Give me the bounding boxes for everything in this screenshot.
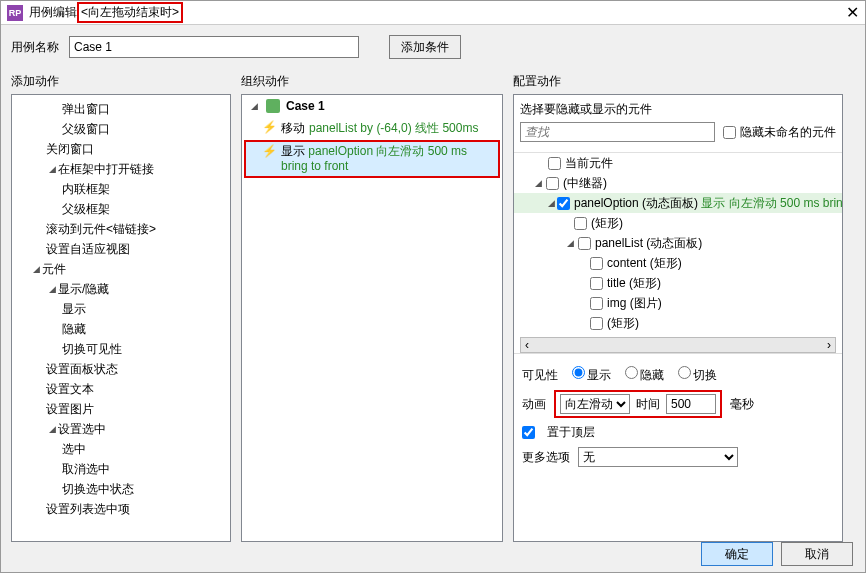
widget-rect2[interactable]: (矩形) bbox=[514, 313, 842, 333]
bring-to-front-checkbox[interactable] bbox=[522, 426, 535, 439]
action-show-label: 显示 bbox=[281, 144, 305, 158]
widget-paneloption[interactable]: ◢panelOption (动态面板) 显示 向左滑动 500 ms bring… bbox=[514, 193, 842, 213]
chevron-down-icon[interactable]: ◢ bbox=[46, 424, 58, 434]
case-node[interactable]: ◢ Case 1 bbox=[242, 95, 502, 117]
app-icon: RP bbox=[7, 5, 23, 21]
bring-to-front-row[interactable]: 置于顶层 bbox=[522, 424, 834, 441]
configure-panel: 选择要隐藏或显示的元件 隐藏未命名的元件 当前元件 ◢(中继器) ◢panelO… bbox=[513, 94, 843, 542]
config-form: 可见性 显示 隐藏 切换 动画 向左滑动 时间 毫秒 置于顶层 bbox=[514, 353, 842, 479]
animation-label: 动画 bbox=[522, 396, 546, 413]
hide-unnamed-option[interactable]: 隐藏未命名的元件 bbox=[723, 124, 836, 141]
case-name-label: 用例名称 bbox=[11, 39, 59, 56]
more-options-row: 更多选项 无 bbox=[522, 447, 834, 467]
titlebar: RP 用例编辑 <向左拖动结束时> ✕ bbox=[1, 1, 865, 25]
chevron-down-icon[interactable]: ◢ bbox=[532, 178, 544, 188]
col-add-header: 添加动作 bbox=[11, 69, 231, 94]
close-icon[interactable]: ✕ bbox=[846, 3, 859, 22]
action-tree-item[interactable]: ◢显示/隐藏 bbox=[12, 279, 230, 299]
widget-panellist[interactable]: ◢panelList (动态面板) bbox=[514, 233, 842, 253]
widget-tree[interactable]: 当前元件 ◢(中继器) ◢panelOption (动态面板) 显示 向左滑动 … bbox=[514, 152, 842, 333]
add-condition-button[interactable]: 添加条件 bbox=[389, 35, 461, 59]
action-move-label: 移动 bbox=[281, 120, 305, 137]
chevron-down-icon[interactable]: ◢ bbox=[548, 198, 555, 208]
action-tree-item[interactable]: 显示 bbox=[12, 299, 230, 319]
action-tree-item[interactable]: 弹出窗口 bbox=[12, 99, 230, 119]
animation-settings-highlight: 向左滑动 时间 bbox=[554, 390, 722, 418]
col-add-actions: 添加动作 弹出窗口父级窗口关闭窗口◢在框架中打开链接内联框架父级框架滚动到元件<… bbox=[11, 69, 231, 542]
horizontal-scrollbar[interactable] bbox=[520, 337, 836, 353]
visibility-row: 可见性 显示 隐藏 切换 bbox=[522, 366, 834, 384]
time-unit: 毫秒 bbox=[730, 396, 754, 413]
more-options-select[interactable]: 无 bbox=[578, 447, 738, 467]
more-options-label: 更多选项 bbox=[522, 449, 570, 466]
widget-content[interactable]: content (矩形) bbox=[514, 253, 842, 273]
visibility-label: 可见性 bbox=[522, 367, 558, 384]
add-actions-panel: 弹出窗口父级窗口关闭窗口◢在框架中打开链接内联框架父级框架滚动到元件<锚链接>设… bbox=[11, 94, 231, 542]
search-input[interactable] bbox=[520, 122, 715, 142]
action-show-selected[interactable]: ⚡ 显示 panelOption 向左滑动 500 ms bring to fr… bbox=[244, 140, 500, 178]
chevron-down-icon[interactable]: ◢ bbox=[564, 238, 576, 248]
actions-tree[interactable]: 弹出窗口父级窗口关闭窗口◢在框架中打开链接内联框架父级框架滚动到元件<锚链接>设… bbox=[12, 95, 230, 523]
hide-unnamed-checkbox[interactable] bbox=[723, 126, 736, 139]
widget-img[interactable]: img (图片) bbox=[514, 293, 842, 313]
action-tree-item[interactable]: 设置列表选中项 bbox=[12, 499, 230, 519]
bolt-icon: ⚡ bbox=[262, 120, 277, 137]
time-label: 时间 bbox=[636, 396, 660, 413]
action-tree-item[interactable]: 切换可见性 bbox=[12, 339, 230, 359]
action-tree-item[interactable]: 内联框架 bbox=[12, 179, 230, 199]
action-move[interactable]: ⚡ 移动 panelList by (-64,0) 线性 500ms bbox=[242, 117, 502, 140]
col-configure: 配置动作 选择要隐藏或显示的元件 隐藏未命名的元件 当前元件 ◢(中继器) ◢p… bbox=[513, 69, 843, 542]
ok-button[interactable]: 确定 bbox=[701, 542, 773, 566]
action-tree-item[interactable]: 设置文本 bbox=[12, 379, 230, 399]
action-tree-item[interactable]: 关闭窗口 bbox=[12, 139, 230, 159]
action-tree-item[interactable]: 父级窗口 bbox=[12, 119, 230, 139]
widget-current[interactable]: 当前元件 bbox=[514, 153, 842, 173]
columns: 添加动作 弹出窗口父级窗口关闭窗口◢在框架中打开链接内联框架父级框架滚动到元件<… bbox=[1, 69, 865, 542]
title-prefix: 用例编辑 bbox=[29, 4, 77, 21]
chevron-down-icon[interactable]: ◢ bbox=[248, 101, 260, 111]
chevron-down-icon[interactable]: ◢ bbox=[46, 164, 58, 174]
action-tree-item[interactable]: 设置图片 bbox=[12, 399, 230, 419]
radio-toggle[interactable] bbox=[678, 366, 691, 379]
action-tree-item[interactable]: 设置自适应视图 bbox=[12, 239, 230, 259]
action-tree-item[interactable]: 滚动到元件<锚链接> bbox=[12, 219, 230, 239]
action-show-detail: panelOption 向左滑动 500 ms bring to front bbox=[281, 144, 467, 173]
animation-select[interactable]: 向左滑动 bbox=[560, 394, 630, 414]
bolt-icon: ⚡ bbox=[262, 144, 277, 174]
action-tree-item[interactable]: 取消选中 bbox=[12, 459, 230, 479]
case-label: Case 1 bbox=[286, 99, 325, 113]
action-tree-item[interactable]: 切换选中状态 bbox=[12, 479, 230, 499]
col-org-header: 组织动作 bbox=[241, 69, 503, 94]
case-icon bbox=[266, 99, 280, 113]
case-name-input[interactable] bbox=[69, 36, 359, 58]
organize-panel: ◢ Case 1 ⚡ 移动 panelList by (-64,0) 线性 50… bbox=[241, 94, 503, 542]
title-event: <向左拖动结束时> bbox=[77, 2, 183, 23]
action-tree-item[interactable]: ◢设置选中 bbox=[12, 419, 230, 439]
action-tree-item[interactable]: ◢元件 bbox=[12, 259, 230, 279]
action-tree-item[interactable]: 设置面板状态 bbox=[12, 359, 230, 379]
widget-title[interactable]: title (矩形) bbox=[514, 273, 842, 293]
radio-hide[interactable] bbox=[625, 366, 638, 379]
select-widget-label: 选择要隐藏或显示的元件 bbox=[520, 101, 836, 118]
chevron-down-icon[interactable]: ◢ bbox=[46, 284, 58, 294]
action-tree-item[interactable]: 隐藏 bbox=[12, 319, 230, 339]
case-name-row: 用例名称 添加条件 bbox=[1, 25, 865, 69]
animation-row: 动画 向左滑动 时间 毫秒 bbox=[522, 390, 834, 418]
action-tree-item[interactable]: 父级框架 bbox=[12, 199, 230, 219]
action-tree-item[interactable]: 选中 bbox=[12, 439, 230, 459]
col-conf-header: 配置动作 bbox=[513, 69, 843, 94]
chevron-down-icon[interactable]: ◢ bbox=[30, 264, 42, 274]
col-organize: 组织动作 ◢ Case 1 ⚡ 移动 panelList by (-64,0) … bbox=[241, 69, 503, 542]
action-tree-item[interactable]: ◢在框架中打开链接 bbox=[12, 159, 230, 179]
widget-rect1[interactable]: (矩形) bbox=[514, 213, 842, 233]
radio-show[interactable] bbox=[572, 366, 585, 379]
cancel-button[interactable]: 取消 bbox=[781, 542, 853, 566]
widget-repeater[interactable]: ◢(中继器) bbox=[514, 173, 842, 193]
footer: 确定 取消 bbox=[701, 542, 853, 566]
action-move-detail: panelList by (-64,0) 线性 500ms bbox=[309, 120, 478, 137]
time-input[interactable] bbox=[666, 394, 716, 414]
